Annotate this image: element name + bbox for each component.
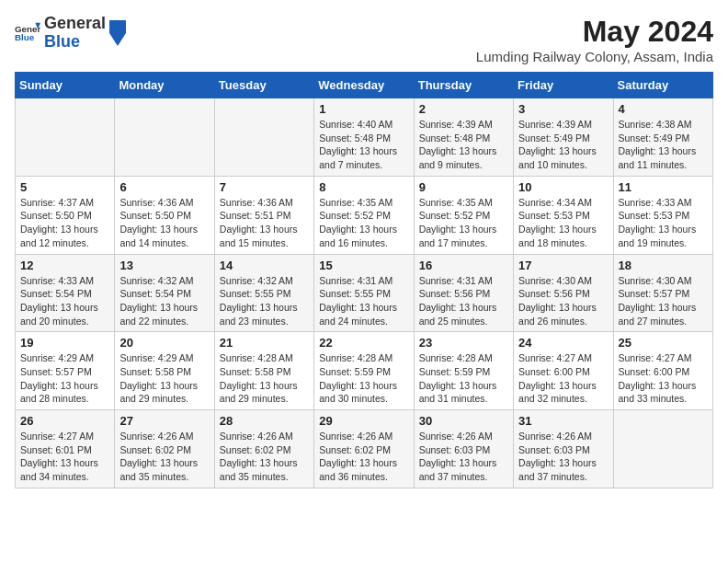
day-number: 9 xyxy=(419,180,508,194)
logo-icon: General Blue xyxy=(15,20,40,46)
calendar-cell: 28Sunrise: 4:26 AM Sunset: 6:02 PM Dayli… xyxy=(214,410,313,488)
day-info: Sunrise: 4:37 AM Sunset: 5:50 PM Dayligh… xyxy=(20,196,109,250)
day-info: Sunrise: 4:35 AM Sunset: 5:52 PM Dayligh… xyxy=(419,196,508,250)
day-info: Sunrise: 4:28 AM Sunset: 5:59 PM Dayligh… xyxy=(419,351,508,406)
calendar-cell: 2Sunrise: 4:39 AM Sunset: 5:48 PM Daylig… xyxy=(414,98,513,177)
calendar-cell: 20Sunrise: 4:29 AM Sunset: 5:58 PM Dayli… xyxy=(115,332,214,410)
title-block: May 2024 Lumding Railway Colony, Assam, … xyxy=(476,15,713,64)
day-info: Sunrise: 4:34 AM Sunset: 5:53 PM Dayligh… xyxy=(518,196,608,250)
calendar-cell: 3Sunrise: 4:39 AM Sunset: 5:49 PM Daylig… xyxy=(514,98,613,177)
header-day-wednesday: Wednesday xyxy=(314,73,414,98)
calendar-cell: 14Sunrise: 4:32 AM Sunset: 5:55 PM Dayli… xyxy=(214,254,313,332)
calendar-week-row: 1Sunrise: 4:40 AM Sunset: 5:48 PM Daylig… xyxy=(16,98,713,177)
calendar-cell: 21Sunrise: 4:28 AM Sunset: 5:58 PM Dayli… xyxy=(214,332,313,410)
day-info: Sunrise: 4:36 AM Sunset: 5:51 PM Dayligh… xyxy=(220,196,309,250)
day-number: 31 xyxy=(518,414,608,428)
day-number: 11 xyxy=(619,180,708,194)
calendar-header-row: SundayMondayTuesdayWednesdayThursdayFrid… xyxy=(16,73,713,98)
day-number: 28 xyxy=(220,414,309,428)
day-info: Sunrise: 4:26 AM Sunset: 6:03 PM Dayligh… xyxy=(419,430,508,484)
calendar-cell: 13Sunrise: 4:32 AM Sunset: 5:54 PM Dayli… xyxy=(115,254,214,332)
day-info: Sunrise: 4:39 AM Sunset: 5:48 PM Dayligh… xyxy=(419,118,508,172)
logo-arrow-icon xyxy=(109,20,126,46)
calendar-cell xyxy=(16,98,115,177)
day-info: Sunrise: 4:28 AM Sunset: 5:58 PM Dayligh… xyxy=(220,351,309,406)
calendar-cell: 6Sunrise: 4:36 AM Sunset: 5:50 PM Daylig… xyxy=(115,176,214,254)
day-info: Sunrise: 4:30 AM Sunset: 5:56 PM Dayligh… xyxy=(518,274,608,328)
calendar-cell: 26Sunrise: 4:27 AM Sunset: 6:01 PM Dayli… xyxy=(16,410,115,488)
calendar-cell: 7Sunrise: 4:36 AM Sunset: 5:51 PM Daylig… xyxy=(214,176,313,254)
day-info: Sunrise: 4:40 AM Sunset: 5:48 PM Dayligh… xyxy=(319,118,408,172)
day-number: 13 xyxy=(119,259,209,272)
day-number: 12 xyxy=(20,259,109,272)
day-number: 3 xyxy=(518,102,608,116)
day-number: 23 xyxy=(419,336,508,350)
day-info: Sunrise: 4:38 AM Sunset: 5:49 PM Dayligh… xyxy=(619,118,708,172)
calendar-cell: 5Sunrise: 4:37 AM Sunset: 5:50 PM Daylig… xyxy=(16,176,115,254)
day-info: Sunrise: 4:32 AM Sunset: 5:55 PM Dayligh… xyxy=(220,274,309,328)
calendar-cell: 25Sunrise: 4:27 AM Sunset: 6:00 PM Dayli… xyxy=(613,332,712,410)
calendar-cell: 1Sunrise: 4:40 AM Sunset: 5:48 PM Daylig… xyxy=(314,98,414,177)
header-day-tuesday: Tuesday xyxy=(214,73,313,98)
day-info: Sunrise: 4:26 AM Sunset: 6:03 PM Dayligh… xyxy=(518,430,608,484)
day-info: Sunrise: 4:36 AM Sunset: 5:50 PM Dayligh… xyxy=(119,196,209,250)
day-info: Sunrise: 4:33 AM Sunset: 5:54 PM Dayligh… xyxy=(20,274,109,328)
day-number: 6 xyxy=(119,180,209,194)
calendar-cell xyxy=(214,98,313,177)
calendar-cell: 23Sunrise: 4:28 AM Sunset: 5:59 PM Dayli… xyxy=(414,332,513,410)
logo-general: General xyxy=(44,15,106,33)
day-number: 26 xyxy=(20,414,109,428)
calendar-table: SundayMondayTuesdayWednesdayThursdayFrid… xyxy=(15,72,713,488)
day-info: Sunrise: 4:27 AM Sunset: 6:01 PM Dayligh… xyxy=(20,430,109,484)
calendar-cell: 8Sunrise: 4:35 AM Sunset: 5:52 PM Daylig… xyxy=(314,176,414,254)
svg-marker-3 xyxy=(109,20,126,46)
day-number: 21 xyxy=(220,336,309,350)
day-info: Sunrise: 4:30 AM Sunset: 5:57 PM Dayligh… xyxy=(619,274,708,328)
day-info: Sunrise: 4:32 AM Sunset: 5:54 PM Dayligh… xyxy=(119,274,209,328)
day-number: 5 xyxy=(20,180,109,194)
calendar-week-row: 26Sunrise: 4:27 AM Sunset: 6:01 PM Dayli… xyxy=(16,410,713,488)
header-day-thursday: Thursday xyxy=(414,73,513,98)
calendar-cell: 30Sunrise: 4:26 AM Sunset: 6:03 PM Dayli… xyxy=(414,410,513,488)
day-number: 19 xyxy=(20,336,109,350)
day-info: Sunrise: 4:31 AM Sunset: 5:55 PM Dayligh… xyxy=(319,274,408,328)
day-info: Sunrise: 4:29 AM Sunset: 5:57 PM Dayligh… xyxy=(20,351,109,406)
calendar-cell: 15Sunrise: 4:31 AM Sunset: 5:55 PM Dayli… xyxy=(314,254,414,332)
day-info: Sunrise: 4:27 AM Sunset: 6:00 PM Dayligh… xyxy=(619,351,708,406)
day-info: Sunrise: 4:29 AM Sunset: 5:58 PM Dayligh… xyxy=(119,351,209,406)
day-number: 8 xyxy=(319,180,408,194)
day-info: Sunrise: 4:26 AM Sunset: 6:02 PM Dayligh… xyxy=(220,430,309,484)
calendar-title: May 2024 xyxy=(476,15,713,49)
calendar-cell: 16Sunrise: 4:31 AM Sunset: 5:56 PM Dayli… xyxy=(414,254,513,332)
calendar-cell: 12Sunrise: 4:33 AM Sunset: 5:54 PM Dayli… xyxy=(16,254,115,332)
day-number: 16 xyxy=(419,259,508,272)
day-number: 18 xyxy=(619,259,708,272)
calendar-cell: 27Sunrise: 4:26 AM Sunset: 6:02 PM Dayli… xyxy=(115,410,214,488)
calendar-cell: 11Sunrise: 4:33 AM Sunset: 5:53 PM Dayli… xyxy=(613,176,712,254)
header-day-sunday: Sunday xyxy=(16,73,115,98)
calendar-cell: 17Sunrise: 4:30 AM Sunset: 5:56 PM Dayli… xyxy=(514,254,613,332)
calendar-cell: 19Sunrise: 4:29 AM Sunset: 5:57 PM Dayli… xyxy=(16,332,115,410)
day-number: 14 xyxy=(220,259,309,272)
day-info: Sunrise: 4:27 AM Sunset: 6:00 PM Dayligh… xyxy=(518,351,608,406)
day-number: 2 xyxy=(419,102,508,116)
day-info: Sunrise: 4:35 AM Sunset: 5:52 PM Dayligh… xyxy=(319,196,408,250)
header-day-friday: Friday xyxy=(514,73,613,98)
svg-text:Blue: Blue xyxy=(15,32,35,42)
day-number: 20 xyxy=(119,336,209,350)
calendar-cell: 22Sunrise: 4:28 AM Sunset: 5:59 PM Dayli… xyxy=(314,332,414,410)
day-number: 27 xyxy=(119,414,209,428)
day-number: 29 xyxy=(319,414,408,428)
calendar-cell: 24Sunrise: 4:27 AM Sunset: 6:00 PM Dayli… xyxy=(514,332,613,410)
day-number: 30 xyxy=(419,414,508,428)
calendar-week-row: 12Sunrise: 4:33 AM Sunset: 5:54 PM Dayli… xyxy=(16,254,713,332)
header-day-monday: Monday xyxy=(115,73,214,98)
calendar-cell: 9Sunrise: 4:35 AM Sunset: 5:52 PM Daylig… xyxy=(414,176,513,254)
calendar-subtitle: Lumding Railway Colony, Assam, India xyxy=(476,49,713,64)
logo-blue: Blue xyxy=(44,33,106,52)
calendar-cell: 29Sunrise: 4:26 AM Sunset: 6:02 PM Dayli… xyxy=(314,410,414,488)
logo: General Blue General Blue xyxy=(15,15,126,52)
calendar-cell xyxy=(613,410,712,488)
day-info: Sunrise: 4:28 AM Sunset: 5:59 PM Dayligh… xyxy=(319,351,408,406)
calendar-cell: 10Sunrise: 4:34 AM Sunset: 5:53 PM Dayli… xyxy=(514,176,613,254)
